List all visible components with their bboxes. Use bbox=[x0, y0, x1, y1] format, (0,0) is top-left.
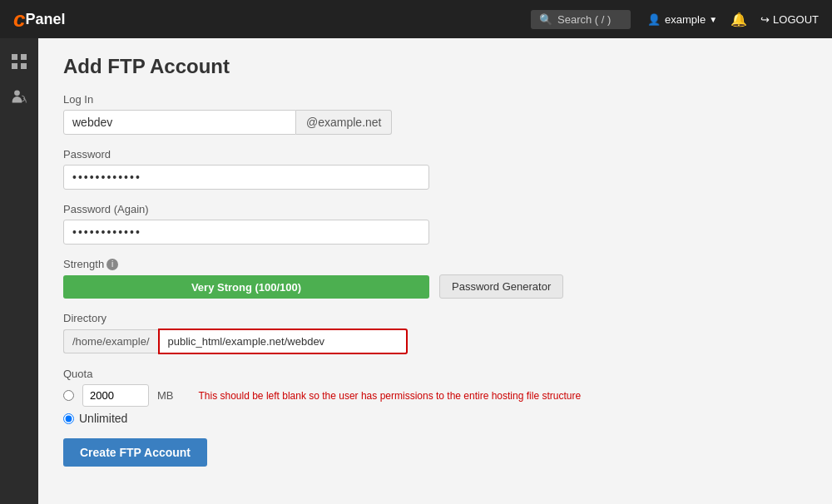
notifications-bell[interactable]: 🔔 bbox=[730, 12, 747, 27]
user-icon: 👤 bbox=[647, 13, 661, 26]
create-ftp-account-button[interactable]: Create FTP Account bbox=[63, 438, 207, 467]
main-content: Add FTP Account Log In @example.net Pass… bbox=[38, 38, 832, 504]
svg-rect-2 bbox=[12, 63, 17, 69]
users-icon bbox=[11, 88, 27, 105]
directory-input[interactable] bbox=[158, 329, 408, 354]
quota-group: Quota MB This should be left blank so th… bbox=[63, 368, 807, 425]
user-menu[interactable]: 👤 example ▼ bbox=[647, 13, 717, 26]
logout-label: LOGOUT bbox=[773, 13, 819, 26]
svg-rect-1 bbox=[21, 54, 27, 60]
password-group: Password bbox=[63, 148, 807, 190]
quota-unlimited-row: Unlimited bbox=[63, 412, 807, 425]
password-label: Password bbox=[63, 148, 807, 161]
unlimited-label: Unlimited bbox=[79, 412, 127, 425]
login-input-row: @example.net bbox=[63, 110, 807, 135]
search-placeholder: Search ( / ) bbox=[557, 13, 611, 26]
user-name: example bbox=[665, 13, 706, 26]
quota-input[interactable] bbox=[82, 384, 149, 407]
logout-icon: ↪ bbox=[760, 13, 770, 26]
caret-icon: ▼ bbox=[709, 15, 717, 24]
login-group: Log In @example.net bbox=[63, 93, 807, 135]
strength-info-icon[interactable]: i bbox=[106, 259, 118, 270]
svg-point-4 bbox=[14, 91, 20, 96]
strength-group: Strength i Very Strong (100/100) Passwor… bbox=[63, 258, 807, 299]
directory-label: Directory bbox=[63, 312, 807, 324]
quota-row: MB This should be left blank so the user… bbox=[63, 384, 807, 407]
page-title: Add FTP Account bbox=[63, 55, 807, 78]
sidebar bbox=[0, 38, 38, 504]
quota-unlimited-radio[interactable] bbox=[63, 413, 74, 424]
quota-warning-text: This should be left blank so the user ha… bbox=[199, 390, 582, 402]
strength-row: Very Strong (100/100) Password Generator bbox=[63, 274, 807, 299]
strength-label: Strength bbox=[63, 258, 104, 270]
layout: Add FTP Account Log In @example.net Pass… bbox=[0, 38, 832, 504]
sidebar-item-grid[interactable] bbox=[4, 47, 34, 77]
directory-row: /home/example/ bbox=[63, 329, 807, 354]
directory-group: Directory /home/example/ bbox=[63, 312, 807, 354]
header: cPanel 🔍 Search ( / ) 👤 example ▼ 🔔 ↪ LO… bbox=[0, 0, 832, 38]
strength-bar-container: Very Strong (100/100) bbox=[63, 275, 429, 299]
cpanel-logo: cPanel bbox=[13, 7, 66, 32]
login-label: Log In bbox=[63, 93, 807, 106]
svg-rect-3 bbox=[21, 63, 27, 69]
login-input[interactable] bbox=[63, 110, 296, 135]
password-again-group: Password (Again) bbox=[63, 203, 807, 245]
password-again-input[interactable] bbox=[63, 220, 429, 245]
quota-custom-radio[interactable] bbox=[63, 390, 74, 401]
svg-rect-0 bbox=[12, 54, 17, 60]
logout-button[interactable]: ↪ LOGOUT bbox=[760, 13, 819, 26]
search-icon: 🔍 bbox=[539, 13, 552, 26]
sidebar-item-users[interactable] bbox=[4, 82, 34, 111]
strength-label-row: Strength i bbox=[63, 258, 807, 270]
grid-icon bbox=[11, 53, 27, 70]
password-input[interactable] bbox=[63, 165, 429, 190]
quota-label: Quota bbox=[63, 368, 807, 380]
password-generator-button[interactable]: Password Generator bbox=[439, 274, 563, 299]
password-again-label: Password (Again) bbox=[63, 203, 807, 215]
search-bar[interactable]: 🔍 Search ( / ) bbox=[531, 10, 631, 29]
domain-suffix: @example.net bbox=[296, 110, 392, 135]
quota-unit: MB bbox=[157, 389, 174, 402]
strength-bar-text: Very Strong (100/100) bbox=[191, 280, 301, 293]
dir-prefix: /home/example/ bbox=[63, 329, 158, 353]
